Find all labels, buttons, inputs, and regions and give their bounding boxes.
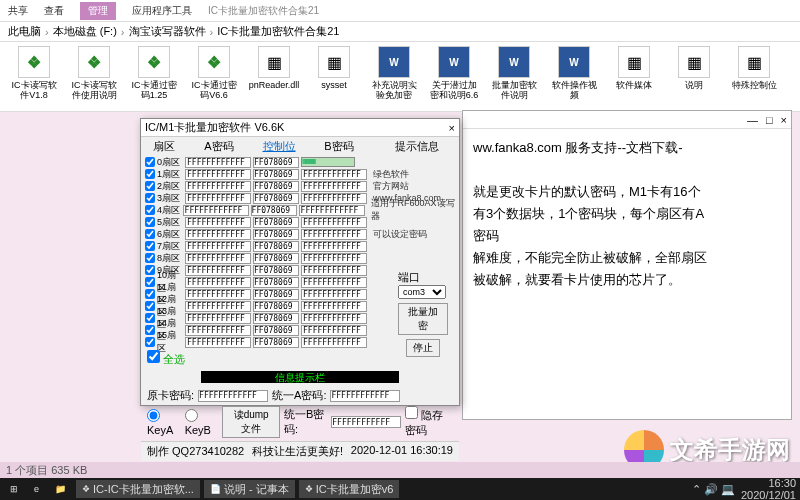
- ctrl-input[interactable]: [253, 217, 299, 228]
- row-check[interactable]: [145, 217, 155, 227]
- maximize-icon[interactable]: □: [766, 114, 773, 126]
- keya-input[interactable]: [185, 337, 251, 348]
- unify-a-input[interactable]: [330, 390, 400, 402]
- row-check[interactable]: [145, 265, 155, 275]
- keyb-input[interactable]: [301, 265, 367, 276]
- bc-3[interactable]: IC卡批量加密软件合集21: [217, 24, 339, 39]
- ctrl-input[interactable]: [253, 277, 299, 288]
- keyb-input[interactable]: [301, 253, 367, 264]
- keyb-radio[interactable]: KeyB: [185, 409, 219, 436]
- keyb-input[interactable]: [299, 205, 365, 216]
- keyb-input[interactable]: [301, 169, 367, 180]
- keyb-input[interactable]: [301, 193, 367, 204]
- row-check[interactable]: [145, 157, 155, 167]
- keyb-input[interactable]: [301, 325, 367, 336]
- tray[interactable]: ⌃ 🔊 💻 16:302020/12/01: [692, 477, 796, 500]
- tb-explorer-icon[interactable]: 📁: [49, 480, 72, 498]
- ctrl-input[interactable]: [253, 289, 299, 300]
- keyb-input[interactable]: [301, 277, 367, 288]
- file-item[interactable]: ▦说明: [668, 46, 720, 107]
- ctrl-input[interactable]: [251, 205, 297, 216]
- keyb-input[interactable]: [301, 241, 367, 252]
- unify-b-input[interactable]: [331, 416, 401, 428]
- row-check[interactable]: [145, 205, 155, 215]
- row-check[interactable]: [145, 253, 155, 263]
- minimize-icon[interactable]: —: [747, 114, 758, 126]
- file-item[interactable]: ▦软件媒体: [608, 46, 660, 107]
- ctrl-input[interactable]: [253, 265, 299, 276]
- bc-0[interactable]: 此电脑: [8, 24, 41, 39]
- ctrl-input[interactable]: [253, 325, 299, 336]
- hdr-ctrl[interactable]: 控制位: [255, 139, 303, 154]
- hide-check[interactable]: 隐存密码: [405, 406, 453, 438]
- keyb-input[interactable]: [301, 181, 367, 192]
- ctrl-input[interactable]: [253, 193, 299, 204]
- keyb-input[interactable]: [301, 289, 367, 300]
- ctrl-input[interactable]: [253, 169, 299, 180]
- tb-ie-icon[interactable]: e: [28, 480, 45, 498]
- keyb-input[interactable]: [301, 217, 367, 228]
- bc-1[interactable]: 本地磁盘 (F:): [53, 24, 117, 39]
- ctrl-input[interactable]: [253, 253, 299, 264]
- keya-input[interactable]: [185, 169, 251, 180]
- batch-encrypt-button[interactable]: 批量加密: [398, 303, 448, 335]
- tray-icons[interactable]: ⌃ 🔊 💻: [692, 483, 735, 496]
- row-check[interactable]: [145, 181, 155, 191]
- keyb-input[interactable]: [301, 301, 367, 312]
- row-check[interactable]: [145, 337, 155, 347]
- keya-input[interactable]: [185, 241, 251, 252]
- file-item[interactable]: ❖IC卡通过密码1.25: [128, 46, 180, 107]
- close-icon[interactable]: ×: [449, 122, 455, 134]
- keya-input[interactable]: [185, 217, 251, 228]
- keyb-input[interactable]: [301, 337, 367, 348]
- orig-pass-input[interactable]: [198, 390, 268, 402]
- keya-input[interactable]: [185, 313, 251, 324]
- row-check[interactable]: [145, 241, 155, 251]
- breadcrumb[interactable]: 此电脑› 本地磁盘 (F:)› 淘宝读写器软件› IC卡批量加密软件合集21: [0, 22, 800, 42]
- file-item[interactable]: ▦pnReader.dll: [248, 46, 300, 107]
- ribbon-tab-view[interactable]: 查看: [44, 4, 64, 18]
- row-check[interactable]: [145, 325, 155, 335]
- file-item[interactable]: ❖IC卡读写软件V1.8: [8, 46, 60, 107]
- row-check[interactable]: [145, 289, 155, 299]
- bc-2[interactable]: 淘宝读写器软件: [129, 24, 206, 39]
- tb-app-2[interactable]: 📄 说明 - 记事本: [204, 480, 295, 498]
- tb-app-1[interactable]: ❖ IC-IC卡批量加密软...: [76, 480, 200, 498]
- file-item[interactable]: ▦特殊控制位: [728, 46, 780, 107]
- row-check[interactable]: [145, 313, 155, 323]
- keya-input[interactable]: [185, 265, 251, 276]
- keya-input[interactable]: [185, 229, 251, 240]
- file-item[interactable]: ❖IC卡读写软件使用说明: [68, 46, 120, 107]
- taskbar[interactable]: ⊞ e 📁 ❖ IC-IC卡批量加密软... 📄 说明 - 记事本 ❖ IC卡批…: [0, 478, 800, 500]
- keyb-input[interactable]: [301, 313, 367, 324]
- row-check[interactable]: [145, 229, 155, 239]
- ribbon-tab-manage[interactable]: 管理: [80, 2, 116, 20]
- file-item[interactable]: W批量加密软件说明: [488, 46, 540, 107]
- ctrl-input[interactable]: [253, 229, 299, 240]
- row-check[interactable]: [145, 301, 155, 311]
- row-check[interactable]: [145, 193, 155, 203]
- ctrl-input[interactable]: [253, 181, 299, 192]
- start-button[interactable]: ⊞: [4, 480, 24, 498]
- dump-button[interactable]: 读dump文件: [222, 406, 280, 438]
- port-select[interactable]: com3: [398, 285, 446, 299]
- row-check[interactable]: [145, 169, 155, 179]
- keya-input[interactable]: [185, 253, 251, 264]
- notepad-titlebar[interactable]: — □ ×: [463, 111, 791, 129]
- keya-input[interactable]: [185, 193, 251, 204]
- ribbon-tab-share[interactable]: 共享: [8, 4, 28, 18]
- dialog-titlebar[interactable]: IC/M1卡批量加密软件 V6.6K ×: [141, 119, 459, 137]
- file-item[interactable]: ▦sysset: [308, 46, 360, 107]
- ctrl-input[interactable]: [253, 301, 299, 312]
- keya-input[interactable]: [185, 289, 251, 300]
- file-item[interactable]: W软件操作视频: [548, 46, 600, 107]
- row-check[interactable]: [145, 277, 155, 287]
- keya-input[interactable]: [183, 205, 249, 216]
- stop-button[interactable]: 停止: [406, 339, 440, 357]
- ctrl-input[interactable]: [253, 337, 299, 348]
- keya-radio[interactable]: KeyA: [147, 409, 181, 436]
- ctrl-input[interactable]: [253, 313, 299, 324]
- keya-input[interactable]: [185, 181, 251, 192]
- close-icon[interactable]: ×: [781, 114, 787, 126]
- notepad-body[interactable]: ww.fanka8.com 服务支持--文档下载- 就是更改卡片的默认密码，M1…: [463, 129, 791, 299]
